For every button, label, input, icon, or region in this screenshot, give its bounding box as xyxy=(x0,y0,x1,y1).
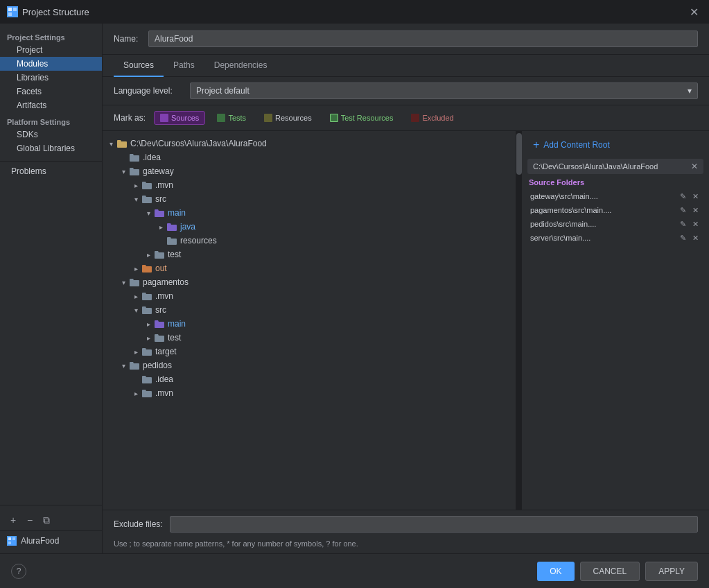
folder-icon xyxy=(141,291,152,302)
tree-item[interactable]: ▸ .mvn xyxy=(103,386,516,400)
mark-test-resources-label: Test Resources xyxy=(341,114,394,122)
source-folder-path: pedidos\src\main.... xyxy=(530,220,674,228)
help-button[interactable]: ? xyxy=(11,564,26,579)
tree-item[interactable]: ▾ src xyxy=(103,192,516,206)
content-root-remove-button[interactable]: ✕ xyxy=(691,162,698,171)
sidebar-item-artifacts[interactable]: Artifacts xyxy=(0,98,102,112)
source-folder-actions: ✎ ✕ xyxy=(677,205,701,216)
mark-as-excluded-button[interactable]: Excluded xyxy=(405,111,459,125)
sidebar-item-modules[interactable]: Modules xyxy=(0,57,102,71)
sidebar: Project Settings Project Modules Librari… xyxy=(0,24,103,553)
sidebar-item-sdks[interactable]: SDKs xyxy=(0,128,102,141)
sidebar-item-project[interactable]: Project xyxy=(0,43,102,57)
copy-module-button[interactable]: ⧉ xyxy=(39,512,54,528)
tree-label: src xyxy=(155,194,166,204)
name-input[interactable] xyxy=(148,31,698,47)
tab-sources[interactable]: Sources xyxy=(114,55,164,77)
mark-as-sources-button[interactable]: Sources xyxy=(154,111,205,125)
edit-source-folder-button[interactable]: ✎ xyxy=(677,205,688,216)
tree-label: test xyxy=(168,250,181,259)
svg-rect-2 xyxy=(8,12,12,16)
folder-icon xyxy=(129,360,140,371)
tree-item[interactable]: ▾ pedidos xyxy=(103,358,516,372)
tree-item[interactable]: ▸ resources xyxy=(103,234,516,248)
tree-item[interactable]: ▸ .mvn xyxy=(103,289,516,303)
source-panel: + Add Content Root C:\Dev\Cursos\Alura\J… xyxy=(522,131,709,510)
mark-as-label: Mark as: xyxy=(114,113,146,123)
edit-source-folder-button[interactable]: ✎ xyxy=(677,218,688,230)
tab-dependencies[interactable]: Dependencies xyxy=(204,55,277,77)
tree-arrow: ▸ xyxy=(143,332,154,343)
tree-item[interactable]: ▸ .idea xyxy=(103,150,516,164)
module-nav: + − ⧉ xyxy=(0,510,102,531)
remove-source-folder-button[interactable]: ✕ xyxy=(690,205,701,216)
mark-as-tests-button[interactable]: Tests xyxy=(211,111,252,125)
tree-item[interactable]: ▸ .mvn xyxy=(103,178,516,192)
source-folders-label: Source Folders xyxy=(527,178,703,187)
tree-item[interactable]: ▸ out xyxy=(103,261,516,275)
tree-label: .mvn xyxy=(155,180,173,190)
tree-item[interactable]: ▸ main xyxy=(103,317,516,331)
remove-source-folder-button[interactable]: ✕ xyxy=(690,232,701,243)
folder-source-icon xyxy=(154,207,165,218)
content-area: ▾ C:\Dev\Cursos\Alura\Java\AluraFood ▸ .… xyxy=(103,131,709,510)
name-label: Name: xyxy=(114,34,141,44)
mark-as-resources-button[interactable]: Resources xyxy=(258,111,318,125)
tree-item[interactable]: ▾ gateway xyxy=(103,164,516,178)
tree-scrollbar[interactable] xyxy=(516,131,522,510)
tree-item[interactable]: ▸ test xyxy=(103,248,516,261)
content-root-path: C:\Dev\Cursos\Alura\Java\AluraFood xyxy=(533,162,688,171)
apply-button[interactable]: APPLY xyxy=(645,562,698,581)
tree-arrow: ▸ xyxy=(130,180,141,191)
module-entry[interactable]: AluraFood xyxy=(0,534,102,548)
tree-item[interactable]: ▾ main xyxy=(103,206,516,220)
tree-label: .idea xyxy=(143,153,161,162)
right-panel: Name: Sources Paths Dependencies Languag… xyxy=(103,24,709,553)
sidebar-item-libraries[interactable]: Libraries xyxy=(0,71,102,85)
folder-icon xyxy=(141,388,152,399)
tree-label: target xyxy=(155,347,177,356)
module-icon xyxy=(7,536,17,546)
remove-source-folder-button[interactable]: ✕ xyxy=(690,218,701,230)
remove-module-button[interactable]: − xyxy=(22,512,37,528)
source-folder-actions: ✎ ✕ xyxy=(677,218,701,230)
tree-item[interactable]: ▾ src xyxy=(103,303,516,317)
folder-source-icon xyxy=(166,221,177,232)
sidebar-item-global-libraries[interactable]: Global Libraries xyxy=(0,141,102,155)
edit-source-folder-button[interactable]: ✎ xyxy=(677,232,688,243)
ok-button[interactable]: OK xyxy=(537,562,574,581)
tab-paths[interactable]: Paths xyxy=(164,55,204,77)
content-root-entry: C:\Dev\Cursos\Alura\Java\AluraFood ✕ xyxy=(527,159,703,174)
cancel-button[interactable]: CANCEL xyxy=(580,562,640,581)
mark-resources-label: Resources xyxy=(275,114,312,122)
tree-item[interactable]: ▸ test xyxy=(103,331,516,345)
remove-source-folder-button[interactable]: ✕ xyxy=(690,191,701,202)
edit-source-folder-button[interactable]: ✎ xyxy=(677,191,688,202)
language-level-select[interactable]: Project default ▾ xyxy=(190,83,698,99)
folder-out-icon xyxy=(141,263,152,274)
sidebar-item-problems[interactable]: Problems xyxy=(0,164,102,178)
tree-item[interactable]: ▸ java xyxy=(103,220,516,234)
name-row: Name: xyxy=(103,24,709,55)
file-tree[interactable]: ▾ C:\Dev\Cursos\Alura\Java\AluraFood ▸ .… xyxy=(103,131,516,510)
exclude-files-input[interactable] xyxy=(170,516,698,533)
close-button[interactable]: ✕ xyxy=(685,3,702,20)
tree-item[interactable]: ▾ pagamentos xyxy=(103,275,516,289)
svg-rect-4 xyxy=(8,537,11,540)
source-folder-path: server\src\main.... xyxy=(530,234,674,242)
folder-icon xyxy=(129,152,140,163)
tree-item[interactable]: ▾ C:\Dev\Cursos\Alura\Java\AluraFood xyxy=(103,137,516,150)
tree-item[interactable]: ▸ target xyxy=(103,345,516,358)
tree-item[interactable]: ▸ .idea xyxy=(103,372,516,386)
source-folder-entry: server\src\main.... ✎ ✕ xyxy=(527,231,703,245)
sidebar-item-facets[interactable]: Facets xyxy=(0,85,102,98)
resources-icon xyxy=(264,114,272,122)
excluded-icon xyxy=(411,114,419,122)
add-module-button[interactable]: + xyxy=(6,512,21,528)
source-folder-path: pagamentos\src\main.... xyxy=(530,206,674,214)
mark-as-test-resources-button[interactable]: Test Resources xyxy=(324,111,400,125)
lang-row: Language level: Project default ▾ xyxy=(103,77,709,105)
tree-label: pagamentos xyxy=(143,277,189,287)
add-content-root-button[interactable]: + Add Content Root xyxy=(527,137,703,153)
source-folder-entry: pedidos\src\main.... ✎ ✕ xyxy=(527,217,703,231)
